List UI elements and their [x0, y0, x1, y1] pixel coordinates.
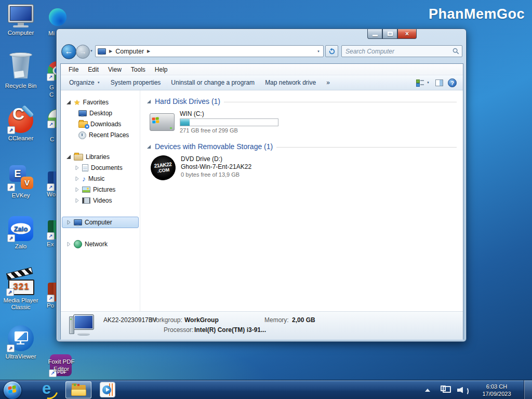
clapper-icon: [6, 267, 33, 280]
desktop-icon-label: Ex: [47, 241, 54, 247]
organize-button[interactable]: Organize ▼: [64, 79, 105, 86]
collapse-triangle-icon: [147, 144, 151, 149]
taskbar-windows-explorer-button[interactable]: [65, 381, 91, 398]
desktop-icon-ccleaner[interactable]: C ↗ CCleaner: [1, 108, 41, 142]
workgroup-value: WorkGroup: [184, 316, 219, 324]
breadcrumb-separator-icon[interactable]: ▶: [109, 49, 112, 54]
search-box[interactable]: [341, 45, 462, 57]
change-view-button[interactable]: ▼: [415, 79, 431, 86]
toolbar-overflow-chevron[interactable]: »: [321, 79, 335, 86]
collapsed-arrow-icon: [74, 176, 79, 181]
network-status-icon[interactable]: [441, 385, 451, 394]
expanded-arrow-icon: [66, 154, 71, 159]
shortcut-arrow-icon: ↗: [6, 288, 14, 296]
desktop-icon-microsoft-edge[interactable]: [49, 8, 66, 26]
collapsed-arrow-icon: [74, 165, 79, 170]
help-button[interactable]: ?: [448, 78, 457, 87]
taskbar-clock[interactable]: 6:03 CH 17/09/2023: [476, 383, 517, 397]
map-network-drive-button[interactable]: Map network drive: [260, 79, 321, 86]
refresh-button[interactable]: [325, 45, 338, 57]
views-icon: [416, 79, 424, 86]
nav-item-desktop[interactable]: Desktop: [78, 108, 112, 118]
desktop-icon-foxit-pdf-editor[interactable]: PDF ↗: [50, 354, 72, 376]
address-dropdown-caret-icon[interactable]: ▼: [317, 50, 320, 53]
breadcrumb-item-computer[interactable]: Computer: [115, 48, 144, 55]
breadcrumb-separator-icon[interactable]: ▶: [147, 49, 150, 54]
details-pane: AK22-20230917BV Workgroup: WorkGroup Mem…: [61, 311, 463, 340]
desktop-icon-ultraviewer[interactable]: ↗ UltraViewer: [1, 325, 41, 360]
group-header-hard-disk-drives[interactable]: Hard Disk Drives (1): [147, 97, 457, 105]
back-button[interactable]: ←: [61, 44, 76, 59]
close-button[interactable]: ×: [397, 29, 417, 39]
desktop-icon-label: C: [49, 91, 54, 98]
nav-item-network[interactable]: Network: [66, 239, 108, 249]
desktop: PhanMemGoc Computer Recycle Bin C ↗ CCle…: [0, 0, 532, 399]
collapse-triangle-icon: [147, 99, 151, 104]
shortcut-arrow-icon: ↗: [7, 234, 15, 242]
menu-item-edit[interactable]: Edit: [83, 66, 103, 73]
address-bar[interactable]: ▶ Computer ▶ ▼: [95, 45, 324, 57]
show-desktop-button[interactable]: [524, 380, 532, 399]
shortcut-arrow-icon: ↗: [47, 232, 55, 240]
nav-item-computer[interactable]: Computer: [66, 217, 112, 228]
dvd-drive-name: DVD Drive (D:): [181, 155, 251, 163]
maximize-button[interactable]: [382, 29, 397, 39]
desktop-icon-label: Mi: [48, 30, 55, 36]
drive-item-win-c[interactable]: WIN (C:) 271 GB free of 299 GB: [150, 110, 463, 134]
menu-bar: File Edit View Tools Help: [61, 64, 463, 75]
desktop-icon-computer[interactable]: Computer: [1, 4, 41, 36]
menu-item-tools[interactable]: Tools: [126, 66, 150, 73]
menu-item-view[interactable]: View: [103, 66, 126, 73]
desktop-icon-media-player-classic[interactable]: 321 ↗ Media Player Classic: [1, 272, 41, 311]
desktop-icon-label: Po: [47, 302, 54, 309]
chevron-down-icon: ▼: [427, 81, 430, 84]
nav-item-pictures[interactable]: Pictures: [74, 184, 115, 195]
computer-icon: [1, 4, 41, 28]
windows-flag-icon: [152, 117, 159, 124]
preview-pane-button[interactable]: [435, 79, 443, 86]
recent-pages-caret-icon[interactable]: ▼: [90, 49, 93, 52]
taskbar-media-player-button[interactable]: [100, 382, 115, 397]
media-player-classic-icon: 321 ↗: [7, 272, 34, 295]
collapsed-arrow-icon: [74, 198, 79, 203]
desktop-icon-recycle-bin[interactable]: Recycle Bin: [1, 52, 41, 89]
menu-item-file[interactable]: File: [64, 66, 83, 73]
forward-button[interactable]: →: [76, 45, 90, 59]
memory-label: Memory:: [264, 316, 289, 324]
group-header-removable-storage[interactable]: Devices with Removable Storage (1): [147, 142, 457, 151]
nav-item-documents[interactable]: Documents: [74, 163, 123, 173]
system-properties-button[interactable]: System properties: [105, 79, 166, 86]
search-input[interactable]: [344, 47, 453, 56]
start-button[interactable]: [3, 381, 22, 399]
desktop-icon-label: CCleaner: [1, 135, 41, 142]
nav-item-libraries[interactable]: Libraries: [66, 152, 110, 162]
nav-item-videos[interactable]: Videos: [74, 195, 112, 206]
volume-icon[interactable]: [457, 386, 468, 394]
menu-item-help[interactable]: Help: [150, 66, 172, 73]
taskbar: e 6:03 CH 17/09/2023: [0, 380, 532, 399]
desktop-icon-zalo[interactable]: Zalo ↗ Zalo: [1, 216, 41, 250]
nav-item-music[interactable]: ♪ Music: [74, 174, 104, 184]
dvd-drive-item[interactable]: 21AK22 .COM DVD Drive (D:) Ghost-Win-7-E…: [151, 155, 463, 180]
minimize-button[interactable]: [367, 29, 382, 39]
music-note-icon: ♪: [82, 176, 86, 182]
content-pane: Hard Disk Drives (1) WIN (C:) 271 GB fre…: [140, 90, 463, 311]
computer-details-icon: [68, 314, 95, 337]
desktop-icon-label: Foxit PDF: [46, 358, 77, 365]
show-hidden-icons-arrow[interactable]: [425, 389, 430, 392]
dvd-disc-icon: 21AK22 .COM: [150, 154, 177, 182]
chevron-down-icon: ▼: [97, 81, 100, 84]
maximize-icon: [388, 32, 393, 36]
nav-item-recent-places[interactable]: Recent Places: [78, 130, 129, 140]
minimize-icon: [373, 35, 378, 36]
expanded-arrow-icon: [66, 100, 71, 105]
uninstall-program-button[interactable]: Uninstall or change a program: [166, 79, 260, 86]
recycle-bin-icon: [8, 52, 33, 81]
nav-item-downloads[interactable]: ▼ Downloads: [78, 119, 121, 129]
nav-item-favorites[interactable]: ★ Favorites: [66, 97, 109, 108]
desktop-icon-label: Wo: [47, 191, 56, 197]
taskbar-internet-explorer-button[interactable]: e: [38, 380, 58, 399]
desktop-icon-evkey[interactable]: E V ↗ EVKey: [1, 165, 41, 199]
desktop-icon-label: Computer: [1, 30, 41, 36]
network-globe-icon: [74, 240, 82, 248]
